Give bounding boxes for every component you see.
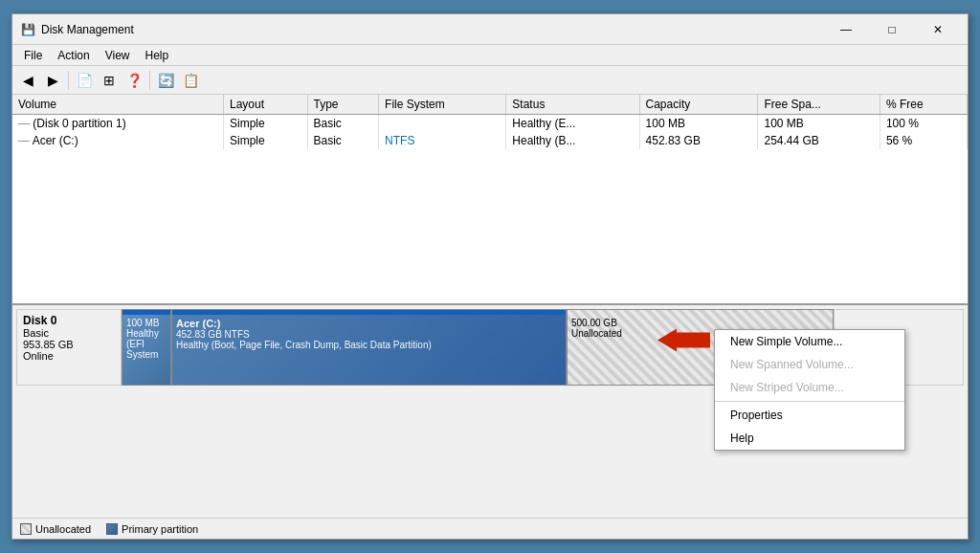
toolbar-separator: [68, 71, 69, 90]
table-row[interactable]: — Acer (C:) Simple Basic NTFS Healthy (B…: [12, 132, 968, 149]
disk-partitions: 100 MB Healthy (EFI System Acer (C:) 452…: [122, 309, 964, 386]
row1-status: Healthy (E...: [506, 115, 639, 133]
col-volume[interactable]: Volume: [12, 95, 224, 115]
window-controls: — □ ✕: [824, 14, 960, 45]
legend-unallocated: Unallocated: [20, 523, 91, 535]
menu-bar: File Action View Help: [12, 45, 968, 66]
refresh-button[interactable]: 🔄: [154, 69, 177, 92]
main-window: 💾 Disk Management — □ ✕ File Action View…: [11, 13, 969, 540]
row2-volume: — Acer (C:): [12, 132, 224, 149]
forward-button[interactable]: ▶: [41, 69, 64, 92]
context-menu-new-simple[interactable]: New Simple Volume...: [715, 330, 904, 353]
menu-view[interactable]: View: [98, 47, 138, 64]
context-menu: New Simple Volume... New Spanned Volume.…: [714, 329, 905, 451]
table-row[interactable]: — (Disk 0 partition 1) Simple Basic Heal…: [12, 115, 968, 133]
system-partition[interactable]: Acer (C:) 452.83 GB NTFS Healthy (Boot, …: [171, 309, 567, 386]
volume-table-panel: Volume Layout Type File System Status Ca…: [12, 95, 968, 305]
legend-box-primary: [106, 523, 118, 535]
col-type[interactable]: Type: [307, 95, 379, 115]
system-size: 452.83 GB NTFS: [176, 329, 562, 340]
row2-layout: Simple: [224, 132, 308, 149]
legend-box-unallocated: [20, 523, 32, 535]
row2-capacity: 452.83 GB: [639, 132, 758, 149]
partition-bar: [122, 310, 170, 315]
title-bar: 💾 Disk Management — □ ✕: [12, 14, 968, 45]
row2-fs: NTFS: [379, 132, 506, 149]
row1-fs: [379, 115, 506, 133]
efi-partition[interactable]: 100 MB Healthy (EFI System: [122, 309, 171, 386]
row2-type: Basic: [307, 132, 379, 149]
context-menu-new-spanned: New Spanned Volume...: [715, 353, 904, 376]
disk-type: Basic: [23, 327, 115, 339]
disk-size: 953.85 GB: [23, 339, 115, 350]
disk-label: Disk 0 Basic 953.85 GB Online: [16, 309, 122, 386]
col-percent[interactable]: % Free: [880, 95, 967, 115]
col-capacity[interactable]: Capacity: [639, 95, 758, 115]
legend-label-primary: Primary partition: [122, 523, 198, 535]
menu-help[interactable]: Help: [138, 47, 177, 64]
col-status[interactable]: Status: [506, 95, 639, 115]
context-menu-help[interactable]: Help: [715, 427, 904, 450]
col-layout[interactable]: Layout: [224, 95, 308, 115]
window-title: Disk Management: [41, 23, 824, 36]
new-simple-label: New Simple Volume...: [730, 335, 842, 348]
volume-table: Volume Layout Type File System Status Ca…: [12, 95, 968, 149]
efi-size: 100 MB: [126, 318, 167, 328]
maximize-button[interactable]: □: [870, 14, 914, 45]
context-menu-new-striped: New Striped Volume...: [715, 376, 904, 399]
status-bar: Unallocated Primary partition: [12, 518, 968, 539]
row1-percent: 100 %: [880, 115, 967, 133]
toolbar: ◀ ▶ 📄 ⊞ ❓ 🔄 📋: [12, 66, 968, 95]
minimize-button[interactable]: —: [824, 14, 868, 45]
context-menu-properties[interactable]: Properties: [715, 404, 904, 427]
row1-layout: Simple: [224, 115, 308, 133]
back-button[interactable]: ◀: [16, 69, 39, 92]
partition-bar-2: [172, 310, 566, 315]
disk-end-area: New Simple Volume... New Spanned Volume.…: [834, 309, 964, 386]
system-info: Healthy (Boot, Page File, Crash Dump, Ba…: [176, 340, 562, 350]
row2-percent: 56 %: [880, 132, 967, 149]
content-area: Volume Layout Type File System Status Ca…: [12, 95, 968, 518]
legend-label-unallocated: Unallocated: [35, 523, 91, 535]
row1-free: 100 MB: [758, 115, 880, 133]
extra-button[interactable]: 📋: [179, 69, 202, 92]
help-button[interactable]: ❓: [122, 69, 145, 92]
disk-name: Disk 0: [23, 314, 115, 327]
svg-marker-0: [657, 329, 710, 352]
disk-row: Disk 0 Basic 953.85 GB Online 100 MB Hea…: [16, 309, 964, 386]
context-menu-separator: [715, 401, 904, 402]
legend-primary: Primary partition: [106, 523, 198, 535]
efi-info: Healthy (EFI System: [126, 328, 167, 360]
col-free[interactable]: Free Spa...: [758, 95, 880, 115]
view-button[interactable]: ⊞: [98, 69, 121, 92]
system-name: Acer (C:): [176, 318, 562, 329]
unallocated-size: 500.00 GB: [571, 318, 829, 328]
menu-action[interactable]: Action: [50, 47, 97, 64]
toolbar-separator-2: [149, 71, 150, 90]
disk-status: Online: [23, 350, 115, 362]
row1-volume: — (Disk 0 partition 1): [12, 115, 224, 133]
red-arrow-indicator: [657, 329, 710, 355]
disk-view-panel: Disk 0 Basic 953.85 GB Online 100 MB Hea…: [12, 305, 968, 518]
row1-type: Basic: [307, 115, 379, 133]
close-button[interactable]: ✕: [916, 14, 960, 45]
row1-capacity: 100 MB: [639, 115, 758, 133]
properties-button[interactable]: 📄: [73, 69, 96, 92]
row2-free: 254.44 GB: [758, 132, 880, 149]
row2-status: Healthy (B...: [506, 132, 639, 149]
col-filesystem[interactable]: File System: [379, 95, 506, 115]
app-icon: 💾: [20, 22, 35, 37]
menu-file[interactable]: File: [16, 47, 50, 64]
